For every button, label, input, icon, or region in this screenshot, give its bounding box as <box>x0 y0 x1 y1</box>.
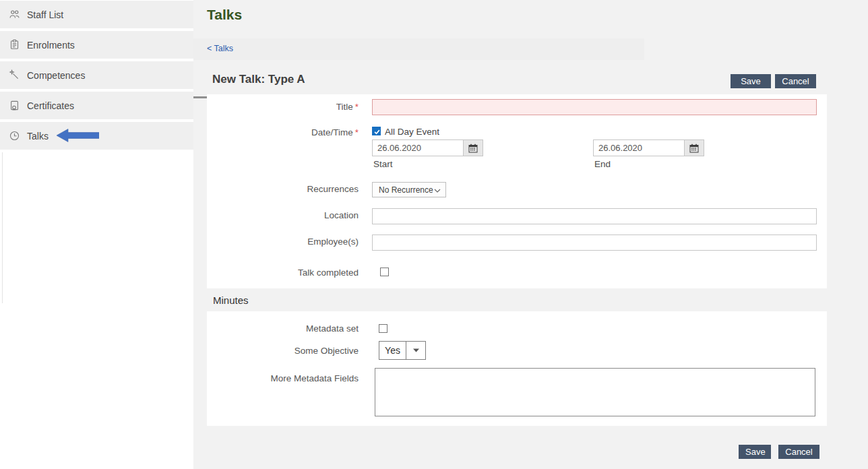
form-heading: New Talk: Type A <box>212 73 305 86</box>
wand-icon <box>9 69 20 81</box>
talk-completed-label: Talk completed <box>207 268 359 278</box>
calendar-icon <box>468 144 478 153</box>
sidebar-item-certificates[interactable]: Certificates <box>0 92 193 119</box>
end-label: End <box>594 159 611 169</box>
sidebar-item-label: Competences <box>27 70 85 81</box>
certificate-icon <box>9 100 20 111</box>
start-date-calendar-button[interactable] <box>463 139 483 156</box>
title-input[interactable] <box>372 99 817 115</box>
save-button-bottom[interactable]: Save <box>739 445 771 459</box>
sidebar-item-staff-list[interactable]: Staff List <box>0 1 193 28</box>
sidebar-item-label: Certificates <box>27 100 74 111</box>
some-objective-label: Some Objective <box>207 346 359 356</box>
end-date-input[interactable] <box>593 139 685 156</box>
chevron-down-icon <box>434 185 441 195</box>
start-date-group <box>372 139 483 156</box>
all-day-event-checkbox[interactable] <box>372 127 381 135</box>
title-label: Title* <box>207 102 359 112</box>
cancel-button-top[interactable]: Cancel <box>775 74 816 88</box>
breadcrumb-back-link[interactable]: < Talks <box>207 44 233 53</box>
recurrences-selected-value: No Recurrence <box>379 185 433 195</box>
sidebar-item-label: Enrolments <box>27 40 75 51</box>
end-date-group <box>593 139 704 156</box>
people-icon <box>9 9 20 20</box>
employees-input[interactable] <box>372 234 817 251</box>
minutes-form-panel: Metadata set Some Objective Yes More Met… <box>207 311 827 426</box>
breadcrumb-bar: < Talks <box>193 38 644 60</box>
minutes-section-header: Minutes <box>207 288 827 311</box>
more-metadata-label: More Metadata Fields <box>207 373 359 383</box>
clock-icon <box>9 130 20 142</box>
some-objective-combo: Yes <box>379 341 426 360</box>
talk-completed-checkbox[interactable] <box>380 268 389 276</box>
page-title: Talks <box>207 7 242 23</box>
calendar-icon <box>689 144 699 153</box>
sidebar: Staff List Enrolments Competences <box>0 0 193 469</box>
metadata-set-label: Metadata set <box>207 323 359 334</box>
minutes-section-title: Minutes <box>207 294 249 306</box>
location-label: Location <box>207 210 359 220</box>
pointer-arrow-icon <box>57 129 99 142</box>
sidebar-item-label: Staff List <box>27 9 63 20</box>
sidebar-item-competences[interactable]: Competences <box>0 61 193 89</box>
some-objective-dropdown-button[interactable] <box>406 341 426 360</box>
more-metadata-textarea[interactable] <box>375 368 815 416</box>
all-day-event-label: All Day Event <box>385 127 439 137</box>
end-date-calendar-button[interactable] <box>684 139 704 156</box>
recurrences-select[interactable]: No Recurrence <box>372 182 446 197</box>
sidebar-item-label: Talks <box>27 131 49 142</box>
some-objective-value[interactable]: Yes <box>379 341 406 360</box>
sidebar-item-enrolments[interactable]: Enrolments <box>0 31 193 59</box>
dropdown-arrow-icon <box>413 348 419 352</box>
employees-label: Employee(s) <box>207 237 359 247</box>
recurrences-label: Recurrences <box>207 184 359 194</box>
start-date-input[interactable] <box>372 139 464 156</box>
sidebar-divider <box>2 152 3 303</box>
clipboard-icon <box>9 39 20 51</box>
talk-form-panel: Title* Date/Time* All Day Event <box>207 94 827 288</box>
save-button-top[interactable]: Save <box>731 74 771 88</box>
datetime-label: Date/Time* <box>207 127 359 137</box>
required-asterisk: * <box>355 127 359 137</box>
location-input[interactable] <box>372 208 817 224</box>
cancel-button-bottom[interactable]: Cancel <box>778 445 819 459</box>
start-label: Start <box>373 159 393 169</box>
app-window: Staff List Enrolments Competences <box>0 0 868 469</box>
metadata-set-checkbox[interactable] <box>379 324 388 333</box>
main-content: Talks < Talks New Talk: Type A Save Canc… <box>193 0 868 469</box>
required-asterisk: * <box>355 102 359 112</box>
